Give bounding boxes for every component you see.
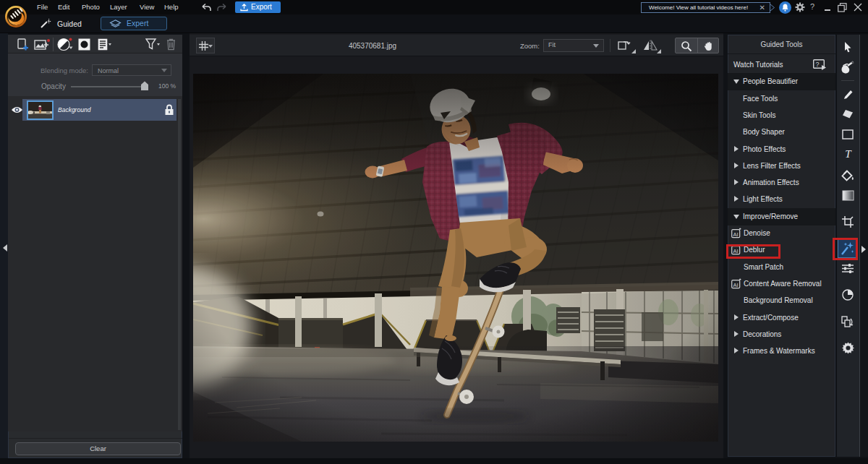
svg-text:AI: AI	[733, 281, 738, 288]
svg-text:?: ?	[815, 61, 819, 68]
svg-text:AI: AI	[733, 231, 738, 238]
